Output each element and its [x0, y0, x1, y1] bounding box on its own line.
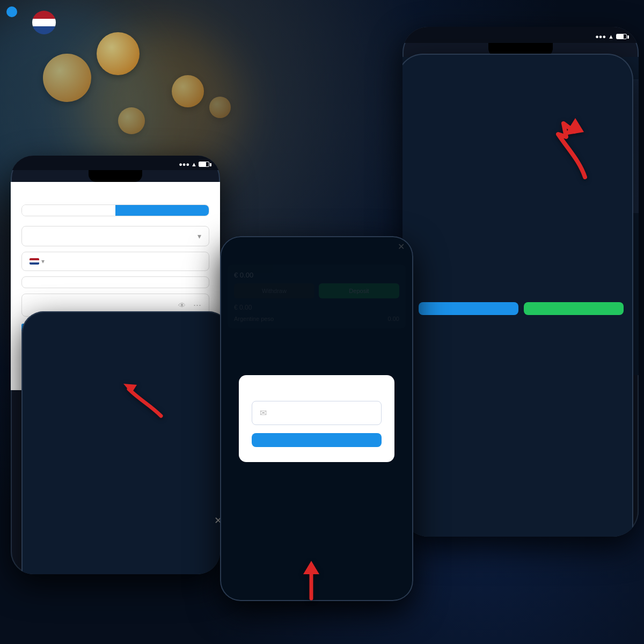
tab-quick[interactable] — [115, 205, 209, 216]
logo-area — [16, 16, 56, 40]
envelope-icon: ✉ — [260, 408, 267, 418]
email-row[interactable] — [21, 276, 209, 288]
status-bar-right: ●●● ▲ — [402, 27, 639, 43]
arrow-promocode — [118, 373, 172, 429]
verify-modal-overlay: ✉ — [220, 236, 413, 601]
phone-center: ●●● ▲ ✕ € 0.00 Withdraw Deposit € 0.00 A… — [220, 236, 413, 601]
header-buttons — [419, 302, 624, 315]
phone-prefix: ▾ — [30, 258, 45, 265]
phone-right: ●●● ▲ Main Live Sports Casino Live 🔍 — [402, 27, 639, 537]
battery-left — [199, 162, 209, 167]
currency-row[interactable]: ▾ — [21, 226, 209, 246]
eye-icon: 👁 — [178, 301, 186, 310]
flag-chevron: ▾ — [41, 258, 45, 265]
dots-icon: ··· — [193, 299, 201, 311]
status-icons-right: ●●● ▲ — [595, 33, 627, 40]
signup-arrow-svg — [537, 107, 601, 182]
logo-dot — [6, 6, 17, 17]
notch-left — [89, 170, 142, 182]
nl-flag-small — [30, 258, 39, 265]
signin-button[interactable] — [419, 302, 518, 315]
logo-container — [16, 23, 27, 33]
phone-row[interactable]: ▾ — [21, 252, 209, 271]
tab-social[interactable] — [22, 205, 115, 216]
coin-decoration-5 — [43, 54, 91, 102]
status-icons-left: ●●● ▲ — [179, 161, 209, 167]
close-button[interactable]: ✕ — [214, 515, 220, 526]
arrow-verify — [290, 558, 333, 603]
coin-decoration-2 — [172, 75, 204, 107]
svg-marker-2 — [303, 561, 319, 574]
battery-icon — [616, 34, 627, 39]
signup-button[interactable] — [524, 302, 624, 315]
registration-tabs — [21, 204, 209, 216]
phone-left: ●●● ▲ ✕ ▾ ▾ — [11, 156, 220, 574]
arrow-right — [537, 107, 601, 185]
coin-decoration-1 — [97, 32, 140, 75]
verify-arrow-svg — [290, 558, 333, 601]
verify-modal: ✉ — [239, 375, 394, 462]
netherlands-flag — [32, 11, 56, 34]
verify-button[interactable] — [252, 433, 382, 447]
promocode-arrow-svg — [118, 373, 172, 427]
coin-decoration-4 — [209, 97, 231, 118]
status-bar-left: ●●● ▲ — [11, 156, 220, 170]
coin-decoration-3 — [118, 107, 145, 134]
app-header-left: ✕ — [21, 311, 220, 574]
chevron-down-icon: ▾ — [197, 232, 201, 240]
email-field-verify[interactable]: ✉ — [252, 401, 382, 425]
